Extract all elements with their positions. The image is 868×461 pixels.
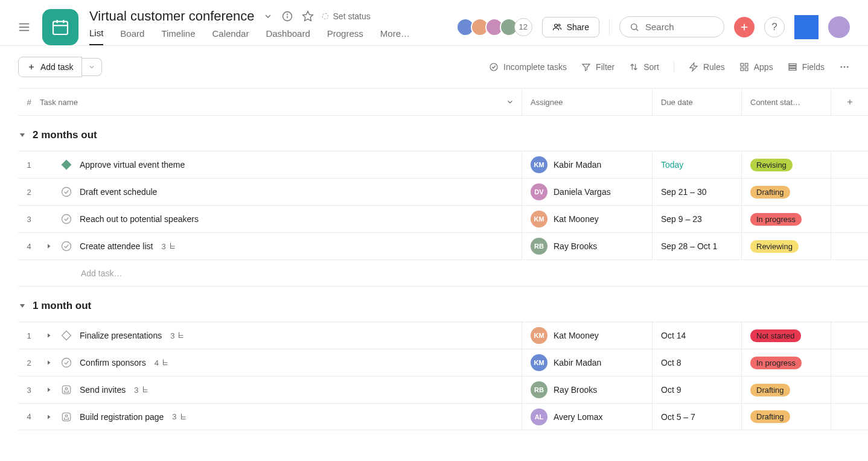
apps-button[interactable]: Apps <box>739 62 773 72</box>
incomplete-tasks-filter[interactable]: Incomplete tasks <box>489 62 567 72</box>
notification-indicator[interactable] <box>794 15 819 39</box>
expand-subtasks-toggle[interactable] <box>43 413 54 421</box>
empty-cell <box>831 377 868 403</box>
complete-task-checkbox[interactable] <box>60 159 72 171</box>
filter-button[interactable]: Filter <box>581 62 614 72</box>
assignee-cell[interactable]: AL Avery Lomax <box>531 404 602 430</box>
assignee-cell[interactable]: RB Ray Brooks <box>531 233 597 259</box>
column-header-due-date[interactable]: Due date <box>652 89 741 115</box>
section-title[interactable]: 1 month out <box>33 300 91 312</box>
subtask-count[interactable]: 4 <box>155 358 170 367</box>
task-name[interactable]: Build registration page <box>80 412 164 422</box>
task-name[interactable]: Finalize presentations <box>80 331 162 340</box>
complete-task-checkbox[interactable] <box>60 357 72 369</box>
complete-task-checkbox[interactable] <box>60 384 72 396</box>
chevron-down-icon[interactable] <box>263 11 273 21</box>
task-name[interactable]: Confirm sponsors <box>80 358 146 367</box>
status-badge[interactable]: Reviewing <box>750 240 799 253</box>
due-date[interactable]: Oct 9 <box>661 385 681 395</box>
search-input[interactable]: Search <box>619 16 724 37</box>
task-name[interactable]: Create attendee list <box>80 241 153 251</box>
fields-button[interactable]: Fields <box>788 62 825 72</box>
add-task-button[interactable]: Add task <box>18 57 82 77</box>
column-header-content-status[interactable]: Content stat… <box>741 89 831 115</box>
task-name[interactable]: Draft event schedule <box>80 187 157 197</box>
assignee-cell[interactable]: KM Kat Mooney <box>531 206 599 232</box>
add-task-dropdown[interactable] <box>82 58 102 76</box>
tab-list[interactable]: List <box>89 28 103 45</box>
task-name[interactable]: Approve virtual event theme <box>80 160 185 170</box>
user-avatar[interactable] <box>828 16 850 38</box>
status-badge[interactable]: Not started <box>750 329 801 342</box>
complete-task-checkbox[interactable] <box>60 411 72 423</box>
assignee-cell[interactable]: DV Daniela Vargas <box>531 179 611 205</box>
tab-more[interactable]: More… <box>380 28 410 45</box>
subtask-count[interactable]: 3 <box>172 412 187 421</box>
task-row[interactable]: 4 Build registration page3 AL Avery Loma… <box>18 403 868 430</box>
task-row[interactable]: 3 Reach out to potential speakers KM Kat… <box>18 205 868 232</box>
complete-task-checkbox[interactable] <box>60 329 72 342</box>
column-header-assignee[interactable]: Assignee <box>522 89 652 115</box>
status-badge[interactable]: In progress <box>750 213 802 226</box>
due-date[interactable]: Oct 5 – 7 <box>661 412 695 422</box>
project-title[interactable]: Virtual customer conference <box>89 8 255 24</box>
status-badge[interactable]: Drafting <box>750 384 790 396</box>
assignee-name: Kat Mooney <box>554 214 599 224</box>
due-date[interactable]: Oct 8 <box>661 358 681 367</box>
set-status-button[interactable]: Set status <box>322 11 371 21</box>
assignee-cell[interactable]: KM Kat Mooney <box>531 322 599 349</box>
expand-subtasks-toggle[interactable] <box>43 243 54 250</box>
section-collapse-toggle[interactable] <box>18 302 27 310</box>
help-button[interactable]: ? <box>764 17 785 37</box>
complete-task-checkbox[interactable] <box>60 186 72 198</box>
tab-calendar[interactable]: Calendar <box>212 28 249 45</box>
task-name[interactable]: Send invites <box>80 385 126 395</box>
status-badge[interactable]: Revising <box>750 159 793 171</box>
add-new-button[interactable] <box>734 17 755 37</box>
task-row[interactable]: 3 Send invites3 RB Ray Brooks Oct 9 Draf… <box>18 376 868 403</box>
task-row[interactable]: 2 Draft event schedule DV Daniela Vargas… <box>18 178 868 205</box>
status-badge[interactable]: Drafting <box>750 186 790 199</box>
assignee-cell[interactable]: RB Ray Brooks <box>531 377 597 403</box>
task-row[interactable]: 2 Confirm sponsors4 KM Kabir Madan Oct 8… <box>18 349 868 376</box>
star-icon[interactable] <box>302 10 314 22</box>
column-header-task-name[interactable]: Task name <box>40 98 78 107</box>
task-row[interactable]: 1 Finalize presentations3 KM Kat Mooney … <box>18 322 868 349</box>
subtask-count[interactable]: 3 <box>134 386 149 395</box>
share-button[interactable]: Share <box>542 17 599 37</box>
due-date[interactable]: Sep 21 – 30 <box>661 187 707 197</box>
section-collapse-toggle[interactable] <box>18 131 27 139</box>
rules-button[interactable]: Rules <box>689 62 725 72</box>
task-row[interactable]: 1 Approve virtual event theme KM Kabir M… <box>18 151 868 178</box>
due-date[interactable]: Oct 14 <box>661 331 686 340</box>
avatar-overflow-count[interactable]: 12 <box>514 18 532 36</box>
complete-task-checkbox[interactable] <box>60 240 72 252</box>
assignee-cell[interactable]: KM Kabir Madan <box>531 151 601 178</box>
expand-subtasks-toggle[interactable] <box>43 386 54 393</box>
sort-button[interactable]: Sort <box>629 62 659 72</box>
hamburger-menu-icon[interactable] <box>17 20 31 34</box>
expand-subtasks-toggle[interactable] <box>43 359 54 366</box>
assignee-cell[interactable]: KM Kabir Madan <box>531 349 601 376</box>
add-column-button[interactable] <box>846 98 854 106</box>
section-title[interactable]: 2 months out <box>33 129 97 141</box>
tab-timeline[interactable]: Timeline <box>161 28 195 45</box>
due-date[interactable]: Sep 9 – 23 <box>661 214 702 224</box>
subtask-count[interactable]: 3 <box>161 242 176 251</box>
subtask-count[interactable]: 3 <box>170 331 185 340</box>
complete-task-checkbox[interactable] <box>60 213 72 225</box>
due-date[interactable]: Today <box>661 160 683 170</box>
expand-subtasks-toggle[interactable] <box>43 332 54 339</box>
task-row[interactable]: 4 Create attendee list3 RB Ray Brooks Se… <box>18 232 868 259</box>
add-task-inline[interactable]: Add task… <box>18 259 868 287</box>
info-icon[interactable] <box>281 10 293 22</box>
due-date[interactable]: Sep 28 – Oct 1 <box>661 241 717 251</box>
tab-dashboard[interactable]: Dashboard <box>266 28 310 45</box>
status-badge[interactable]: In progress <box>750 357 802 369</box>
tab-progress[interactable]: Progress <box>327 28 363 45</box>
more-actions-button[interactable] <box>839 62 850 72</box>
tab-board[interactable]: Board <box>120 28 144 45</box>
task-name[interactable]: Reach out to potential speakers <box>80 214 199 224</box>
status-badge[interactable]: Drafting <box>750 410 790 423</box>
chevron-down-icon[interactable] <box>506 98 514 106</box>
